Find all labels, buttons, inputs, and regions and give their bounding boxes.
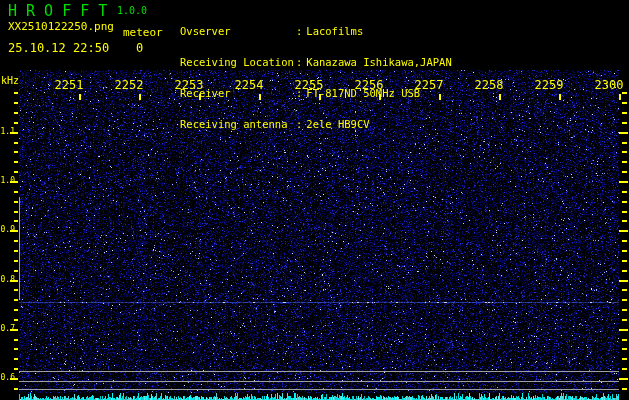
- info-label: Ovserver: [180, 26, 296, 36]
- info-row-observer: Ovserver:Lacofilms: [180, 26, 452, 36]
- freq-tick-label: 0.7: [0, 324, 15, 333]
- app-version: 1.0.0: [117, 5, 147, 16]
- time-tick-label: 2252: [108, 78, 150, 92]
- freq-tick-label: 0.6: [0, 373, 15, 382]
- time-tick-label: 2254: [228, 78, 270, 92]
- info-colon: :: [296, 118, 302, 130]
- info-value: 2ele HB9CV: [306, 118, 369, 130]
- info-value: Lacofilms: [306, 25, 363, 37]
- info-colon: :: [296, 25, 302, 37]
- time-tick-label: 2300: [588, 78, 629, 92]
- freq-tick-label: 1.0: [0, 176, 15, 185]
- info-value: Kanazawa Ishikawa,JAPAN: [306, 56, 451, 68]
- app-title: H R O F F T: [8, 2, 107, 20]
- freq-tick-label: 0.8: [0, 275, 15, 284]
- echo-count: 0: [136, 41, 143, 55]
- info-colon: :: [296, 56, 302, 68]
- info-label: Receiving antenna: [180, 119, 296, 129]
- info-row-location: Receiving Location:Kanazawa Ishikawa,JAP…: [180, 57, 452, 67]
- info-label: Receiving Location: [180, 57, 296, 67]
- hrofft-window: H R O F F T 1.0.0 XX2510122250.png meteo…: [0, 0, 629, 400]
- time-tick-label: 2253: [168, 78, 210, 92]
- freq-tick-label: 1.1: [0, 127, 15, 136]
- output-filename: XX2510122250.png: [8, 20, 114, 33]
- time-tick-label: 2255: [288, 78, 330, 92]
- time-tick-label: 2257: [408, 78, 450, 92]
- datetime-label: 25.10.12 22:50: [8, 41, 109, 55]
- info-row-antenna: Receiving antenna:2ele HB9CV: [180, 119, 452, 129]
- time-tick-label: 2258: [468, 78, 510, 92]
- mode-label: meteor: [123, 26, 163, 39]
- freq-tick-label: 0.9: [0, 225, 15, 234]
- time-tick-label: 2251: [48, 78, 90, 92]
- y-axis-unit-label: kHz: [1, 75, 19, 86]
- time-tick-label: 2256: [348, 78, 390, 92]
- time-tick-label: 2259: [528, 78, 570, 92]
